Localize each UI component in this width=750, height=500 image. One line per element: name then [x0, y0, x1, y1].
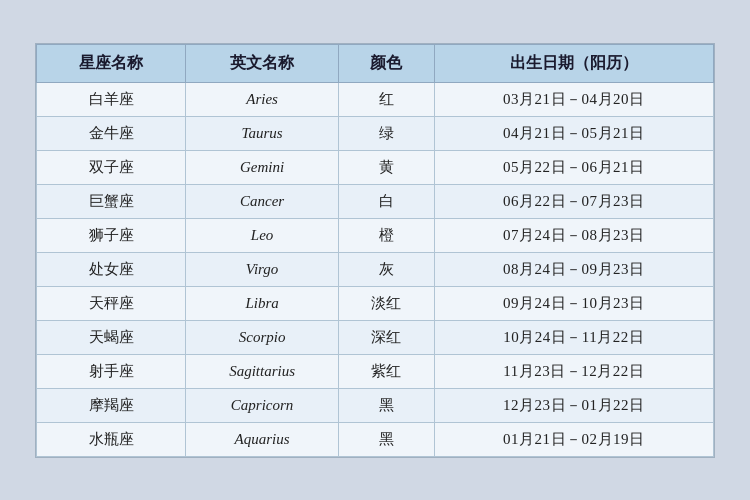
cell-dates: 07月24日－08月23日 [434, 218, 713, 252]
cell-en-name: Libra [186, 286, 338, 320]
cell-zh-name: 金牛座 [37, 116, 186, 150]
cell-dates: 10月24日－11月22日 [434, 320, 713, 354]
cell-zh-name: 摩羯座 [37, 388, 186, 422]
cell-dates: 11月23日－12月22日 [434, 354, 713, 388]
table-row: 射手座Sagittarius紫红11月23日－12月22日 [37, 354, 714, 388]
cell-color: 黑 [338, 388, 434, 422]
cell-zh-name: 处女座 [37, 252, 186, 286]
cell-color: 绿 [338, 116, 434, 150]
table-body: 白羊座Aries红03月21日－04月20日金牛座Taurus绿04月21日－0… [37, 82, 714, 456]
header-zh-name: 星座名称 [37, 44, 186, 82]
cell-color: 橙 [338, 218, 434, 252]
cell-en-name: Cancer [186, 184, 338, 218]
cell-en-name: Leo [186, 218, 338, 252]
cell-color: 黑 [338, 422, 434, 456]
cell-dates: 06月22日－07月23日 [434, 184, 713, 218]
cell-color: 白 [338, 184, 434, 218]
cell-zh-name: 巨蟹座 [37, 184, 186, 218]
cell-dates: 12月23日－01月22日 [434, 388, 713, 422]
header-dates: 出生日期（阳历） [434, 44, 713, 82]
zodiac-table-container: 星座名称 英文名称 颜色 出生日期（阳历） 白羊座Aries红03月21日－04… [35, 43, 715, 458]
table-row: 金牛座Taurus绿04月21日－05月21日 [37, 116, 714, 150]
cell-dates: 04月21日－05月21日 [434, 116, 713, 150]
table-row: 巨蟹座Cancer白06月22日－07月23日 [37, 184, 714, 218]
cell-zh-name: 狮子座 [37, 218, 186, 252]
cell-dates: 08月24日－09月23日 [434, 252, 713, 286]
table-row: 水瓶座Aquarius黑01月21日－02月19日 [37, 422, 714, 456]
cell-color: 黄 [338, 150, 434, 184]
cell-en-name: Aquarius [186, 422, 338, 456]
table-row: 处女座Virgo灰08月24日－09月23日 [37, 252, 714, 286]
header-en-name: 英文名称 [186, 44, 338, 82]
cell-dates: 01月21日－02月19日 [434, 422, 713, 456]
cell-en-name: Sagittarius [186, 354, 338, 388]
cell-color: 淡红 [338, 286, 434, 320]
table-row: 天秤座Libra淡红09月24日－10月23日 [37, 286, 714, 320]
cell-zh-name: 天蝎座 [37, 320, 186, 354]
table-row: 天蝎座Scorpio深红10月24日－11月22日 [37, 320, 714, 354]
table-row: 摩羯座Capricorn黑12月23日－01月22日 [37, 388, 714, 422]
cell-zh-name: 双子座 [37, 150, 186, 184]
cell-en-name: Capricorn [186, 388, 338, 422]
cell-en-name: Aries [186, 82, 338, 116]
cell-color: 深红 [338, 320, 434, 354]
zodiac-table: 星座名称 英文名称 颜色 出生日期（阳历） 白羊座Aries红03月21日－04… [36, 44, 714, 457]
cell-zh-name: 射手座 [37, 354, 186, 388]
cell-zh-name: 水瓶座 [37, 422, 186, 456]
cell-dates: 09月24日－10月23日 [434, 286, 713, 320]
table-row: 白羊座Aries红03月21日－04月20日 [37, 82, 714, 116]
table-header-row: 星座名称 英文名称 颜色 出生日期（阳历） [37, 44, 714, 82]
cell-color: 灰 [338, 252, 434, 286]
cell-color: 紫红 [338, 354, 434, 388]
cell-dates: 05月22日－06月21日 [434, 150, 713, 184]
table-row: 狮子座Leo橙07月24日－08月23日 [37, 218, 714, 252]
cell-en-name: Taurus [186, 116, 338, 150]
cell-dates: 03月21日－04月20日 [434, 82, 713, 116]
header-color: 颜色 [338, 44, 434, 82]
cell-en-name: Scorpio [186, 320, 338, 354]
cell-en-name: Gemini [186, 150, 338, 184]
cell-zh-name: 天秤座 [37, 286, 186, 320]
cell-color: 红 [338, 82, 434, 116]
table-row: 双子座Gemini黄05月22日－06月21日 [37, 150, 714, 184]
cell-zh-name: 白羊座 [37, 82, 186, 116]
cell-en-name: Virgo [186, 252, 338, 286]
